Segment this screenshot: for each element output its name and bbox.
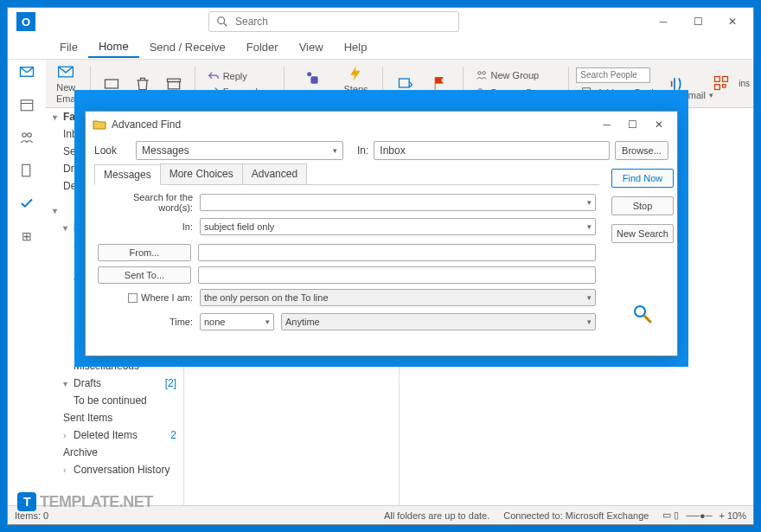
- svg-line-25: [644, 316, 650, 322]
- dialog-highlight: Advanced Find ─ ☐ ✕ Look Messages▾ In: I…: [74, 90, 688, 367]
- people-rail-icon[interactable]: [18, 129, 35, 146]
- tab-messages[interactable]: Messages: [94, 164, 161, 185]
- search-box[interactable]: [208, 11, 459, 32]
- addins-label: ins: [739, 79, 750, 88]
- find-now-button[interactable]: Find Now: [611, 169, 674, 188]
- advanced-find-dialog: Advanced Find ─ ☐ ✕ Look Messages▾ In: I…: [85, 111, 678, 356]
- svg-rect-19: [21, 100, 33, 111]
- in-label: In:: [357, 144, 368, 157]
- svg-point-6: [307, 72, 311, 76]
- look-label: Look: [94, 144, 131, 157]
- in-field[interactable]: Inbox: [374, 141, 610, 160]
- new-search-button[interactable]: New Search: [611, 224, 674, 243]
- search-input[interactable]: [235, 16, 451, 28]
- status-uptodate: All folders are up to date.: [384, 510, 489, 521]
- menu-help[interactable]: Help: [334, 37, 378, 57]
- teams-icon: [304, 69, 321, 87]
- files-rail-icon[interactable]: [18, 162, 35, 179]
- svg-point-9: [477, 71, 481, 74]
- watermark-badge: T: [17, 492, 36, 511]
- tab-advanced[interactable]: Advanced: [242, 163, 307, 184]
- close-button[interactable]: ✕: [715, 10, 750, 34]
- sent-to-button[interactable]: Sent To...: [98, 266, 191, 284]
- deleted-items-folder[interactable]: ›Deleted Items2: [46, 426, 183, 444]
- magnifier-icon: [632, 304, 653, 324]
- from-button[interactable]: From...: [98, 244, 191, 261]
- new-group-button[interactable]: New Group: [470, 67, 562, 83]
- svg-point-0: [218, 17, 225, 24]
- svg-line-1: [224, 23, 227, 27]
- where-i-am-check[interactable]: Where I am:: [98, 292, 193, 303]
- browse-button[interactable]: Browse...: [615, 141, 668, 160]
- menu-bar: File Home Send / Receive Folder View Hel…: [8, 35, 753, 60]
- search-people-input[interactable]: [576, 67, 650, 83]
- svg-rect-14: [715, 76, 720, 81]
- folder-search-icon: [93, 118, 106, 131]
- dialog-maximize[interactable]: ☐: [628, 119, 637, 131]
- dialog-minimize[interactable]: ─: [603, 119, 611, 131]
- menu-send-receive[interactable]: Send / Receive: [139, 37, 236, 57]
- nav-rail: ⊞: [8, 60, 46, 498]
- svg-rect-17: [723, 84, 726, 87]
- new-email-label: New Ema: [56, 82, 76, 103]
- menu-home[interactable]: Home: [88, 36, 139, 58]
- dialog-close[interactable]: ✕: [655, 119, 663, 131]
- zoom-slider[interactable]: ──●─: [686, 510, 712, 521]
- svg-rect-15: [723, 76, 728, 81]
- status-connected: Connected to: Microsoft Exchange: [503, 510, 649, 521]
- dialog-titlebar: Advanced Find ─ ☐ ✕: [86, 112, 677, 138]
- reply-arrow-icon: [208, 70, 220, 82]
- svg-point-21: [22, 133, 27, 138]
- minimize-button[interactable]: ─: [646, 10, 681, 34]
- look-select[interactable]: Messages▾: [136, 141, 343, 160]
- maximize-button[interactable]: ☐: [681, 10, 715, 34]
- sent-items-folder[interactable]: Sent Items: [46, 409, 183, 426]
- search-icon: [216, 16, 228, 28]
- menu-folder[interactable]: Folder: [236, 37, 289, 57]
- todo-rail-icon[interactable]: [18, 195, 35, 212]
- where-i-am-select[interactable]: the only person on the To line▾: [200, 289, 596, 306]
- search-in-select[interactable]: subject field only▾: [200, 218, 596, 235]
- mail-rail-icon[interactable]: [18, 63, 35, 80]
- view-toggle-icon[interactable]: ▭ ▯: [662, 510, 679, 521]
- svg-rect-23: [22, 164, 30, 176]
- drafts-folder[interactable]: ▾Drafts[2]: [46, 375, 183, 392]
- time-select[interactable]: none▾: [200, 313, 274, 330]
- calendar-rail-icon[interactable]: [18, 96, 35, 113]
- archive-folder[interactable]: Archive: [46, 444, 183, 461]
- search-in-label: In:: [98, 221, 193, 232]
- zoom-value: + 10%: [719, 510, 747, 521]
- svg-rect-3: [105, 80, 118, 88]
- status-items: Items: 0: [15, 510, 48, 521]
- move-icon: [397, 74, 414, 92]
- from-input[interactable]: [198, 244, 596, 261]
- watermark: T TEMPLATE.NET: [17, 492, 153, 511]
- window-controls: ─ ☐ ✕: [646, 10, 750, 34]
- svg-point-22: [28, 133, 32, 138]
- people-icon: [476, 69, 488, 81]
- sent-to-input[interactable]: [198, 266, 596, 284]
- title-bar: O ─ ☐ ✕: [8, 8, 753, 35]
- search-words-label: Search for the word(s):: [98, 192, 193, 213]
- menu-view[interactable]: View: [289, 37, 334, 57]
- svg-point-10: [482, 71, 485, 74]
- reply-button[interactable]: Reply: [202, 68, 263, 84]
- time-label: Time:: [98, 317, 193, 327]
- more-rail-icon[interactable]: ⊞: [18, 228, 35, 245]
- folder-tobe[interactable]: To be continued: [46, 392, 183, 409]
- lightning-icon: [347, 65, 364, 82]
- time-range-select[interactable]: Anytime▾: [281, 313, 596, 330]
- outlook-icon: O: [16, 12, 35, 31]
- stop-button[interactable]: Stop: [611, 196, 674, 215]
- dialog-title: Advanced Find: [112, 119, 181, 131]
- menu-file[interactable]: File: [49, 37, 88, 57]
- svg-rect-7: [311, 76, 318, 83]
- mail-icon: [57, 63, 74, 80]
- conv-history-folder[interactable]: ›Conversation History: [46, 461, 183, 478]
- svg-rect-5: [168, 81, 179, 88]
- tab-more-choices[interactable]: More Choices: [160, 163, 243, 184]
- dialog-tabs: Messages More Choices Advanced: [94, 163, 599, 185]
- svg-rect-8: [399, 79, 409, 87]
- search-words-input[interactable]: ▾: [200, 194, 596, 211]
